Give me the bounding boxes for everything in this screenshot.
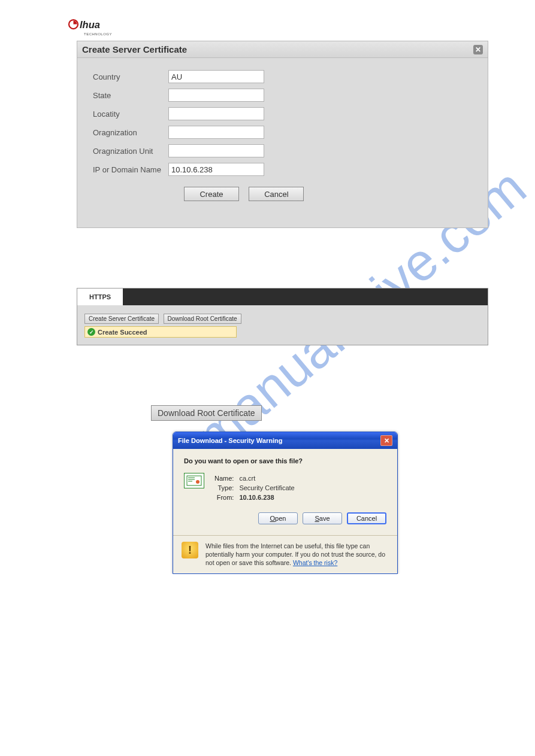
success-banner: ✓ Create Succeed — [84, 326, 237, 338]
svg-rect-2 — [187, 476, 201, 485]
tab-https[interactable]: HTTPS — [77, 289, 123, 305]
cancel-button[interactable]: Cancel — [347, 512, 386, 524]
state-input[interactable] — [168, 89, 264, 102]
warning-icon: ! — [182, 542, 198, 558]
type-label: Type: — [214, 484, 237, 492]
country-input[interactable] — [168, 70, 264, 83]
locality-label: Locatity — [93, 110, 168, 119]
download-root-cert-button[interactable]: Download Root Certificate — [164, 314, 241, 324]
name-label: Name: — [214, 474, 237, 482]
organization-label: Oragnization — [93, 128, 168, 137]
from-value: 10.10.6.238 — [238, 493, 295, 502]
organization-input[interactable] — [168, 126, 264, 139]
file-download-dialog: File Download - Security Warning ✕ Do yo… — [173, 432, 398, 574]
dialog-title: Create Server Certificate — [82, 44, 187, 54]
country-label: Country — [93, 72, 168, 81]
dialog-title-bar: Create Server Certificate ✕ — [77, 41, 488, 58]
name-value: ca.crt — [238, 474, 295, 482]
close-icon[interactable]: ✕ — [473, 45, 483, 54]
xp-dialog-title: File Download - Security Warning — [178, 437, 282, 444]
type-value: Security Certificate — [238, 484, 295, 492]
download-root-cert-standalone-button[interactable]: Download Root Certificate — [151, 405, 262, 421]
close-icon[interactable]: ✕ — [380, 435, 392, 446]
certificate-icon — [184, 473, 204, 488]
xp-title-bar: File Download - Security Warning ✕ — [173, 432, 397, 449]
locality-input[interactable] — [168, 107, 264, 120]
save-button[interactable]: Save — [303, 512, 342, 524]
ip-domain-label: IP or Domain Name — [93, 165, 168, 174]
xp-question: Do you want to open or save this file? — [184, 457, 386, 464]
success-text: Create Succeed — [98, 329, 147, 336]
tab-bar: HTTPS — [77, 289, 488, 305]
from-label: From: — [214, 493, 237, 502]
organization-unit-label: Oragnization Unit — [93, 147, 168, 156]
state-label: State — [93, 91, 168, 100]
open-button[interactable]: Open — [258, 512, 298, 524]
organization-unit-input[interactable] — [168, 144, 264, 157]
svg-text:lhua: lhua — [80, 19, 100, 30]
svg-point-3 — [196, 480, 200, 484]
cancel-button[interactable]: Cancel — [249, 187, 304, 201]
brand-logo: lhua — [67, 17, 121, 34]
warning-text: While files from the Internet can be use… — [205, 542, 389, 567]
ip-domain-input[interactable] — [168, 163, 264, 176]
https-panel: HTTPS Create Server Certificate Download… — [77, 288, 488, 345]
risk-link[interactable]: What's the risk? — [293, 559, 337, 566]
brand-tagline: TECHNOLOGY — [84, 32, 535, 36]
check-icon: ✓ — [87, 328, 95, 336]
create-button[interactable]: Create — [184, 187, 239, 201]
create-cert-dialog: Create Server Certificate ✕ Country Stat… — [77, 41, 488, 228]
create-server-cert-button[interactable]: Create Server Certificate — [84, 314, 159, 324]
